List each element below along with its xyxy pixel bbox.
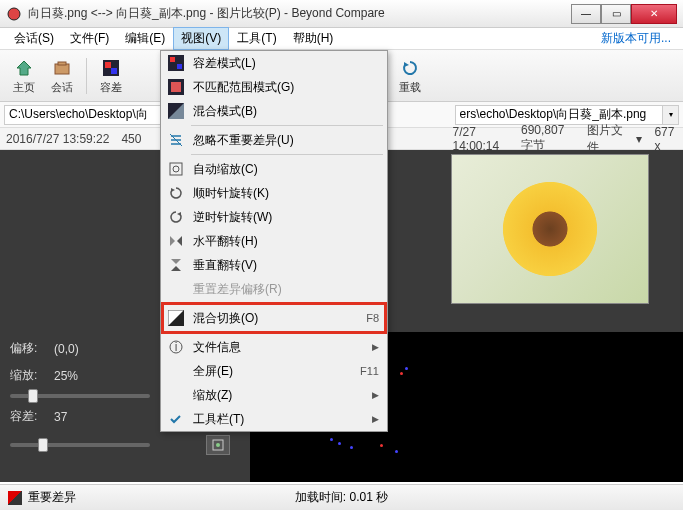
close-button[interactable]: ✕ xyxy=(631,4,677,24)
menu-tools[interactable]: 工具(T) xyxy=(229,27,284,50)
fullscreen-icon xyxy=(165,362,187,380)
menu-item-zoom[interactable]: 缩放(Z)▶ xyxy=(161,383,387,407)
load-time: 加载时间: 0.01 秒 xyxy=(295,489,388,506)
menu-item-file-info[interactable]: i文件信息▶ xyxy=(161,335,387,359)
diff-status: 重要差异 xyxy=(28,489,76,506)
svg-marker-23 xyxy=(171,259,181,264)
chevron-right-icon: ▶ xyxy=(372,390,379,400)
app-icon xyxy=(6,6,22,22)
autozoom-icon xyxy=(165,160,187,178)
svg-marker-19 xyxy=(171,188,175,192)
right-date: 7/27 14:00:14 xyxy=(453,125,510,153)
svg-point-0 xyxy=(8,8,20,20)
menu-help[interactable]: 帮助(H) xyxy=(285,27,342,50)
reset-diff-icon xyxy=(165,280,187,298)
svg-marker-20 xyxy=(177,212,181,216)
tolerance-mode-icon xyxy=(165,54,187,72)
svg-text:i: i xyxy=(175,340,178,354)
window-title: 向日葵.png <--> 向日葵_副本.png - 图片比较(P) - Beyo… xyxy=(28,5,571,22)
menu-item-reset-diff[interactable]: 重置差异偏移(R) xyxy=(161,277,387,301)
update-link[interactable]: 新版本可用... xyxy=(595,27,677,50)
svg-point-18 xyxy=(173,166,179,172)
home-icon xyxy=(13,57,35,79)
svg-rect-6 xyxy=(111,68,117,74)
fit-icon xyxy=(211,438,225,452)
menu-item-mismatch-range[interactable]: 不匹配范围模式(G) xyxy=(161,75,387,99)
svg-rect-14 xyxy=(171,82,181,92)
offset-label: 偏移: xyxy=(10,340,46,357)
svg-marker-22 xyxy=(177,236,182,246)
left-size: 450 xyxy=(121,132,141,146)
minimize-button[interactable]: — xyxy=(571,4,601,24)
zoom-value: 25% xyxy=(54,369,78,383)
menu-item-ignore-minor[interactable]: 忽略不重要差异(U) xyxy=(161,128,387,152)
svg-rect-5 xyxy=(105,62,111,68)
svg-marker-7 xyxy=(404,62,409,67)
zoom-slider[interactable] xyxy=(10,394,150,398)
svg-rect-17 xyxy=(170,163,182,175)
flip-v-icon xyxy=(165,256,187,274)
view-menu-dropdown: 容差模式(L)不匹配范围模式(G)混合模式(B)忽略不重要差异(U)自动缩放(C… xyxy=(160,50,388,432)
window-titlebar: 向日葵.png <--> 向日葵_副本.png - 图片比较(P) - Beyo… xyxy=(0,0,683,28)
tolerance-icon xyxy=(100,57,122,79)
right-image xyxy=(451,154,649,304)
fit-button[interactable] xyxy=(206,435,230,455)
session-button[interactable]: 会话 xyxy=(44,54,80,98)
right-pane[interactable] xyxy=(447,150,684,332)
reload-icon xyxy=(399,57,421,79)
statusbar: 重要差异 加载时间: 0.01 秒 xyxy=(0,484,683,510)
menu-item-blend-mode[interactable]: 混合模式(B) xyxy=(161,99,387,123)
menu-item-fullscreen[interactable]: 全屏(E)F11 xyxy=(161,359,387,383)
offset-value: (0,0) xyxy=(54,342,79,356)
flip-h-icon xyxy=(165,232,187,250)
session-icon xyxy=(51,57,73,79)
rotate-cw-icon xyxy=(165,184,187,202)
zoom-label: 缩放: xyxy=(10,367,46,384)
tolerance-slider[interactable] xyxy=(10,443,150,447)
ignore-minor-icon xyxy=(165,131,187,149)
mismatch-range-icon xyxy=(165,78,187,96)
menubar: 会话(S) 文件(F) 编辑(E) 视图(V) 工具(T) 帮助(H) 新版本可… xyxy=(0,28,683,50)
tolerance-label: 容差: xyxy=(10,408,46,425)
tolerance-button[interactable]: 容差 xyxy=(93,54,129,98)
svg-rect-11 xyxy=(170,57,175,62)
menu-session[interactable]: 会话(S) xyxy=(6,27,62,50)
svg-marker-24 xyxy=(171,266,181,271)
menu-item-rotate-cw[interactable]: 顺时针旋转(K) xyxy=(161,181,387,205)
menu-item-flip-v[interactable]: 垂直翻转(V) xyxy=(161,253,387,277)
tolerance-value: 37 xyxy=(54,410,67,424)
diff-indicator-icon xyxy=(8,491,22,505)
chevron-right-icon: ▶ xyxy=(372,414,379,424)
menu-edit[interactable]: 编辑(E) xyxy=(117,27,173,50)
blend-toggle-icon xyxy=(165,309,187,327)
menu-item-tolerance-mode[interactable]: 容差模式(L) xyxy=(161,51,387,75)
menu-item-autozoom[interactable]: 自动缩放(C) xyxy=(161,157,387,181)
file-info-icon: i xyxy=(165,338,187,356)
menu-item-blend-toggle[interactable]: 混合切换(O)F8 xyxy=(161,306,387,330)
menu-item-rotate-ccw[interactable]: 逆时针旋转(W) xyxy=(161,205,387,229)
reload-button[interactable]: 重载 xyxy=(392,54,428,98)
menu-view[interactable]: 视图(V) xyxy=(173,27,229,50)
toolbar-icon xyxy=(165,410,187,428)
svg-point-9 xyxy=(216,443,220,447)
home-button[interactable]: 主页 xyxy=(6,54,42,98)
blend-mode-icon xyxy=(165,102,187,120)
menu-item-toolbar[interactable]: 工具栏(T)▶ xyxy=(161,407,387,431)
rotate-ccw-icon xyxy=(165,208,187,226)
maximize-button[interactable]: ▭ xyxy=(601,4,631,24)
right-dim: 677 x xyxy=(654,125,677,153)
left-date: 2016/7/27 13:59:22 xyxy=(6,132,109,146)
zoom-icon xyxy=(165,386,187,404)
menu-file[interactable]: 文件(F) xyxy=(62,27,117,50)
menu-item-flip-h[interactable]: 水平翻转(H) xyxy=(161,229,387,253)
svg-rect-3 xyxy=(58,62,66,65)
svg-marker-21 xyxy=(170,236,175,246)
svg-marker-1 xyxy=(17,61,31,75)
svg-rect-12 xyxy=(177,64,182,69)
chevron-right-icon: ▶ xyxy=(372,342,379,352)
